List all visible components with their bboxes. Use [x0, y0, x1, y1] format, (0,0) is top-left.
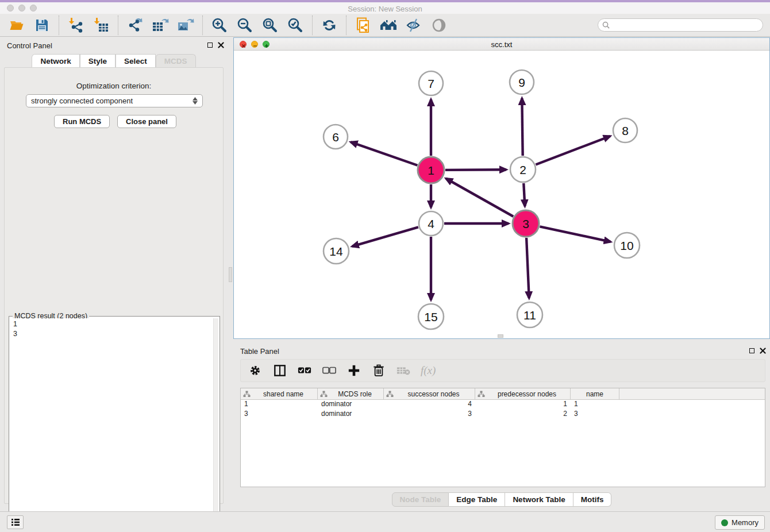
tab-motifs[interactable]: Motifs [573, 492, 612, 507]
tab-node-table[interactable]: Node Table [392, 492, 449, 507]
hide-graphics-icon[interactable] [405, 17, 422, 34]
export-network-icon[interactable] [126, 17, 144, 34]
table-row[interactable]: 1dominator411 [241, 400, 765, 410]
graph-edge-2-9[interactable] [522, 98, 522, 156]
node-table-header: shared nameMCDS rolesuccessor nodesprede… [241, 388, 765, 400]
close-panel-button[interactable]: Close panel [117, 115, 176, 128]
optimization-criterion-label: Optimization criterion: [5, 82, 223, 90]
graph-node-6[interactable]: 6 [324, 125, 348, 149]
import-table-icon[interactable] [93, 17, 110, 34]
select-all-columns-icon[interactable] [297, 363, 312, 378]
column-type-icon [243, 391, 251, 398]
graph-node-8[interactable]: 8 [613, 118, 637, 142]
control-panel: Control Panel Network Style Select MCDS … [0, 37, 228, 507]
graph-edge-3-11[interactable] [526, 238, 529, 298]
tab-mcds[interactable]: MCDS [156, 54, 196, 68]
export-image-icon[interactable] [177, 17, 194, 34]
network-graph[interactable]: 7968124314101511 [234, 51, 769, 338]
graph-edge-2-8[interactable] [536, 136, 610, 164]
graph-node-4[interactable]: 4 [419, 211, 443, 236]
graph-node-9[interactable]: 9 [510, 70, 534, 94]
cell-name[interactable]: 3 [571, 410, 619, 419]
zoom-out-icon[interactable] [236, 17, 253, 34]
column-header-label: predecessor nodes [486, 390, 568, 398]
cell-successor_nodes[interactable]: 4 [384, 400, 475, 410]
column-header-successor-nodes[interactable]: successor nodes [384, 388, 475, 399]
cell-shared_name[interactable]: 3 [241, 410, 318, 419]
zoom-in-icon[interactable] [211, 17, 228, 34]
status-bar: Memory [0, 511, 770, 532]
tab-select[interactable]: Select [116, 54, 156, 68]
search-field[interactable] [598, 18, 763, 32]
graph-edge-3-1[interactable] [446, 179, 513, 217]
zoom-selected-icon[interactable] [287, 17, 304, 34]
graph-edge-1-2[interactable] [445, 169, 506, 170]
graph-node-14[interactable]: 14 [324, 238, 349, 264]
task-history-button[interactable] [7, 515, 24, 529]
graph-node-11[interactable]: 11 [517, 302, 542, 327]
cell-shared_name[interactable]: 1 [241, 400, 318, 410]
cell-name[interactable]: 1 [571, 400, 619, 410]
show-graphics-icon[interactable] [430, 17, 448, 34]
graph-node-1[interactable]: 1 [418, 157, 444, 183]
mcds-result-scrollbar[interactable] [213, 318, 218, 528]
graph-edge-3-10[interactable] [540, 226, 610, 242]
graph-node-label: 11 [523, 309, 536, 322]
search-input[interactable] [612, 21, 763, 29]
table-panel-float-icon[interactable] [749, 348, 754, 353]
cell-predecessor_nodes[interactable]: 1 [475, 400, 571, 410]
window-title: Session: New Session [0, 5, 770, 13]
table-row[interactable]: 3dominator323 [241, 410, 765, 419]
mcds-result-text[interactable]: 1 3 [10, 318, 213, 528]
cell-successor_nodes[interactable]: 3 [384, 410, 475, 419]
open-session-icon[interactable] [8, 17, 25, 34]
tab-style[interactable]: Style [80, 54, 116, 68]
control-panel-close-icon[interactable] [218, 42, 224, 48]
cell-mcds_role[interactable]: dominator [318, 400, 384, 410]
save-session-icon[interactable] [33, 17, 51, 34]
column-header-MCDS-role[interactable]: MCDS role [318, 388, 384, 399]
home-view-icon[interactable] [380, 17, 397, 34]
show-column-panel-icon[interactable] [272, 363, 287, 378]
network-window-titlebar[interactable]: scc.txt [234, 38, 769, 51]
memory-button-label: Memory [732, 518, 759, 527]
tab-edge-table[interactable]: Edge Table [449, 492, 505, 507]
create-column-icon[interactable] [346, 363, 361, 378]
column-header-predecessor-nodes[interactable]: predecessor nodes [475, 388, 571, 399]
control-panel-float-icon[interactable] [207, 43, 213, 48]
network-view-window: scc.txt 7968124314101511 [233, 37, 770, 339]
delete-column-icon[interactable] [371, 363, 386, 378]
network-resize-handle[interactable] [498, 334, 503, 338]
unselect-all-columns-icon[interactable] [322, 363, 337, 378]
graph-edge-4-14[interactable] [352, 227, 418, 246]
column-header-name[interactable]: name [571, 388, 619, 399]
import-network-icon[interactable] [67, 17, 84, 34]
graph-edge-2-3[interactable] [523, 183, 525, 206]
clone-network-icon[interactable] [355, 17, 372, 34]
column-header-shared-name[interactable]: shared name [241, 388, 318, 399]
export-table-icon[interactable] [152, 17, 169, 34]
table-settings-gear-icon[interactable] [248, 363, 263, 378]
graph-node-2[interactable]: 2 [510, 157, 536, 182]
graph-node-15[interactable]: 15 [418, 304, 444, 329]
tab-network-table[interactable]: Network Table [505, 492, 573, 507]
criterion-select[interactable]: strongly connected component [26, 94, 203, 107]
table-panel-close-icon[interactable] [760, 348, 766, 354]
tab-network[interactable]: Network [32, 54, 79, 68]
memory-button[interactable]: Memory [715, 515, 765, 530]
splitter-handle[interactable] [229, 267, 232, 282]
cell-mcds_role[interactable]: dominator [318, 410, 384, 419]
graph-node-3[interactable]: 3 [513, 210, 539, 237]
delete-table-icon[interactable] [396, 363, 411, 378]
apply-layout-icon[interactable] [321, 17, 338, 34]
column-type-icon [478, 391, 485, 398]
graph-node-7[interactable]: 7 [419, 71, 443, 95]
graph-edge-1-6[interactable] [351, 142, 417, 165]
control-panel-title: Control Panel [7, 41, 52, 50]
cell-predecessor_nodes[interactable]: 2 [475, 410, 571, 419]
graph-node-label: 6 [332, 130, 339, 144]
table-panel-title: Table Panel [240, 347, 279, 356]
run-mcds-button[interactable]: Run MCDS [54, 115, 110, 128]
graph-node-10[interactable]: 10 [614, 233, 640, 258]
zoom-fit-icon[interactable] [261, 17, 279, 34]
